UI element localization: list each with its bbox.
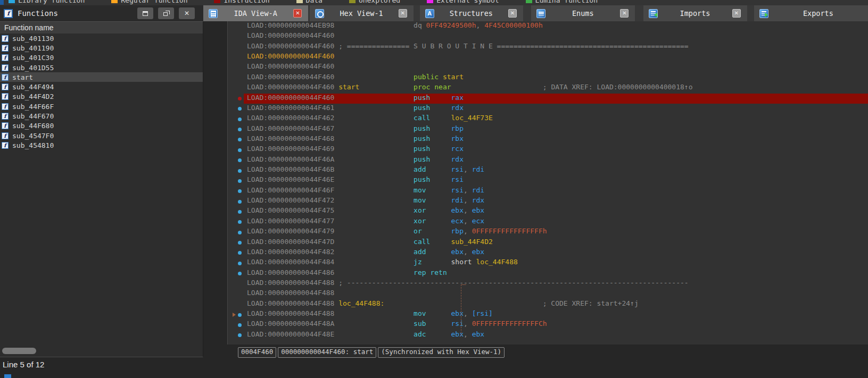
breakpoint-dot[interactable] (238, 220, 242, 224)
breakpoint-dot[interactable] (238, 107, 242, 111)
breakpoint-dot[interactable] (238, 179, 242, 183)
breakpoint-dot[interactable] (238, 210, 242, 214)
tab-close-button[interactable]: ✕ (620, 9, 629, 18)
disassembly-view[interactable]: LOAD:000000000044EB98 dq 0FF49249500h, 4… (227, 21, 868, 345)
function-icon: f (2, 132, 9, 139)
function-row[interactable]: fsub_4547F0 (0, 131, 203, 140)
disasm-row[interactable]: LOAD:000000000044F488 (228, 289, 868, 299)
code-segment: rsi (451, 186, 464, 194)
disasm-row[interactable]: LOAD:000000000044F48E adc ebx, ebx (228, 330, 868, 340)
disasm-row[interactable]: LOAD:000000000044F46B add rsi, rdi (228, 165, 868, 175)
code-segment: loc_44F73E (451, 114, 493, 122)
breakpoint-dot[interactable] (238, 117, 242, 121)
tab-close-button[interactable]: ✕ (732, 9, 741, 18)
function-row[interactable]: fsub_401130 (0, 33, 203, 43)
scrollbar-thumb[interactable] (2, 348, 36, 354)
tab-close-button[interactable]: ✕ (293, 9, 302, 18)
tab-enums[interactable]: Enums✕ (531, 5, 635, 21)
breakpoint-dot[interactable] (238, 323, 242, 327)
legend-bar: Library functionRegular functionInstruct… (0, 0, 868, 5)
functions-panel-titlebar: f Functions ✕ (0, 5, 203, 21)
breakpoint-dot[interactable] (238, 97, 242, 100)
code-segment: ebx (472, 248, 484, 256)
disasm-row[interactable]: LOAD:000000000044F460 public start (228, 73, 868, 83)
disasm-row[interactable]: LOAD:000000000044F488 mov ebx, [rsi] (228, 309, 868, 320)
tab-structures[interactable]: Structures✕ (420, 5, 523, 21)
function-row[interactable]: fsub_401C30 (0, 53, 203, 63)
breakpoint-dot[interactable] (238, 138, 242, 141)
function-row[interactable]: fsub_454810 (0, 140, 203, 150)
disasm-row[interactable]: LOAD:000000000044F472 mov rdi, rdx (228, 196, 868, 206)
function-row[interactable]: fsub_401D55 (0, 63, 203, 72)
function-name: sub_44F494 (12, 83, 54, 91)
disasm-row[interactable]: LOAD:000000000044F479 or rbp, 0FFFFFFFFF… (228, 227, 868, 237)
maximize-button[interactable] (137, 7, 153, 19)
disasm-row[interactable]: LOAD:000000000044F460 (228, 62, 868, 72)
breakpoint-dot[interactable] (238, 128, 242, 131)
function-row[interactable]: fsub_401190 (0, 43, 203, 53)
breakpoint-dot[interactable] (238, 333, 242, 337)
breakpoint-dot[interactable] (238, 200, 242, 204)
disasm-row[interactable]: LOAD:000000000044F484 jz short loc_44F48… (228, 258, 868, 268)
disasm-row[interactable]: LOAD:000000000044F461 push rdx (228, 104, 868, 114)
disasm-row[interactable]: LOAD:000000000044F48A sub rsi, 0FFFFFFFF… (228, 320, 868, 330)
disasm-row[interactable]: LOAD:000000000044F477 xor ecx, ecx (228, 217, 868, 227)
breakpoint-dot[interactable] (238, 313, 242, 317)
function-icon: f (2, 142, 9, 149)
tab-close-button[interactable]: ✕ (399, 9, 407, 18)
breakpoint-dot[interactable] (238, 189, 242, 193)
disasm-row[interactable]: LOAD:000000000044F460 (228, 31, 868, 41)
disasm-row[interactable]: LOAD:000000000044F460 push rax (228, 94, 868, 104)
code-segment: LOAD:000000000044F488 (247, 289, 334, 297)
breakpoint-dot[interactable] (238, 158, 242, 162)
tab-close-button[interactable]: ✕ (508, 9, 517, 18)
structures-icon (425, 9, 434, 18)
tab-hex-view-1[interactable]: Hex View-1✕ (310, 5, 413, 21)
breakpoint-dot[interactable] (238, 272, 242, 275)
disasm-row[interactable]: LOAD:000000000044F46E push rsi (228, 175, 868, 186)
function-row[interactable]: fstart (0, 72, 203, 82)
breakpoint-dot[interactable] (238, 148, 242, 152)
close-button[interactable]: ✕ (179, 7, 195, 19)
function-name: sub_4547F0 (12, 132, 54, 140)
disasm-row[interactable]: LOAD:000000000044F46F mov rsi, rdi (228, 186, 868, 196)
function-row[interactable]: fsub_44F670 (0, 111, 203, 121)
disasm-row[interactable]: LOAD:000000000044F47D call sub_44F4D2 (228, 238, 868, 248)
function-row[interactable]: fsub_44F66F (0, 102, 203, 111)
function-row[interactable]: fsub_44F680 (0, 121, 203, 131)
disasm-row[interactable]: LOAD:000000000044F46A push rdx (228, 155, 868, 165)
functions-horizontal-scrollbar[interactable] (0, 347, 203, 355)
breakpoint-dot[interactable] (238, 231, 242, 234)
disasm-row[interactable]: LOAD:000000000044F482 add ebx, ebx (228, 248, 868, 258)
breakpoint-dot[interactable] (238, 241, 242, 245)
breakpoint-dot[interactable] (238, 262, 242, 265)
disasm-row[interactable]: LOAD:000000000044F488 loc_44F488: ; CODE… (228, 299, 868, 309)
legend-item: Instruction (214, 0, 269, 4)
disasm-row[interactable]: LOAD:000000000044F469 push rcx (228, 145, 868, 155)
disasm-row[interactable]: LOAD:000000000044F468 push rbx (228, 135, 868, 145)
tab-ida-view-a[interactable]: IDA View-A✕ (203, 5, 308, 21)
breakpoint-dot[interactable] (238, 169, 242, 173)
disasm-row[interactable]: LOAD:000000000044F486 rep retn (228, 268, 868, 279)
float-button[interactable] (158, 7, 174, 19)
breakpoint-dot[interactable] (238, 251, 242, 255)
disasm-row[interactable]: LOAD:000000000044F460 start proc near ; … (228, 83, 868, 93)
tab-exports[interactable]: Exports (754, 5, 868, 21)
disasm-row[interactable]: LOAD:000000000044F475 xor ebx, ebx (228, 206, 868, 216)
disasm-row[interactable]: LOAD:000000000044F460 ; =============== … (228, 42, 868, 52)
disasm-row[interactable]: LOAD:000000000044F467 push rbp (228, 124, 868, 135)
disasm-row[interactable]: LOAD:000000000044F462 call loc_44F73E (228, 114, 868, 124)
disasm-row[interactable]: LOAD:000000000044EB98 dq 0FF49249500h, 4… (228, 21, 868, 31)
tab-label: Hex View-1 (324, 9, 398, 18)
disasm-row[interactable]: LOAD:000000000044F488 ; ----------------… (228, 279, 868, 289)
disasm-status-bar: 0004F460000000000044F460: start(Synchron… (238, 347, 505, 358)
function-row[interactable]: fsub_44F4D2 (0, 92, 203, 102)
function-row[interactable]: fsub_44F494 (0, 82, 203, 91)
disasm-row[interactable]: LOAD:000000000044F460 (228, 52, 868, 62)
functions-window-buttons: ✕ (137, 7, 195, 19)
function-icon: f (2, 83, 9, 90)
legend-label: Unexplored (359, 0, 400, 4)
function-name-column-header[interactable]: Function name (0, 22, 203, 33)
tab-imports[interactable]: Imports✕ (643, 5, 747, 21)
code-segment: [rsi] (472, 309, 493, 317)
